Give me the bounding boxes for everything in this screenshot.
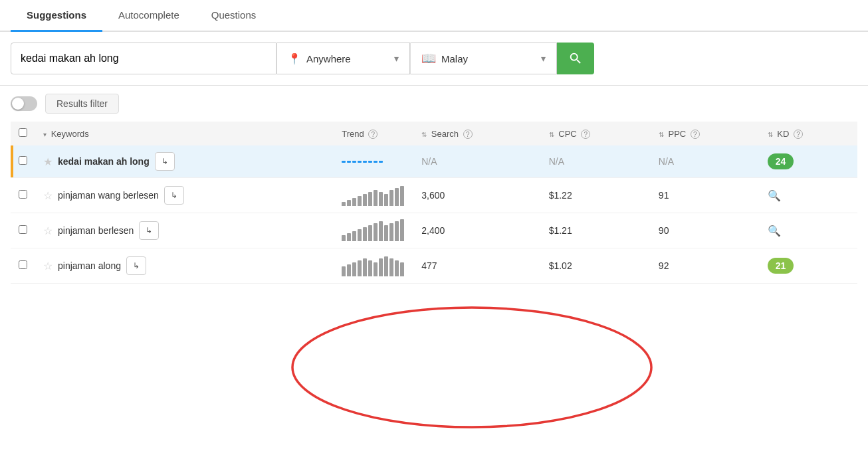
th-kd-label: KD [777,129,789,139]
keyword-wrap-4: ☆ pinjaman along ↳ [43,256,326,275]
th-search[interactable]: ⇅ Search ? [413,122,540,145]
results-filter-toggle[interactable] [11,96,37,111]
bar [358,260,362,276]
bar [347,200,351,206]
bar [358,196,362,206]
td-select-3 [11,213,35,248]
cpc-value-3: $1.21 [549,225,572,236]
link-button-1[interactable]: ↳ [155,152,175,171]
trend-dot [358,161,362,163]
table-header: ▾ Keywords Trend ? ⇅ Search ? ⇅ CPC [11,122,857,145]
trend-dot [342,161,346,163]
ppc-value-1: N/A [659,156,674,167]
th-trend: Trend ? [334,122,413,145]
bar [368,192,372,206]
th-ppc-label: PPC [668,129,686,139]
star-icon-3[interactable]: ☆ [43,225,53,237]
kd-search-icon-2[interactable]: 🔍 [768,190,781,201]
td-select-1 [11,145,35,178]
td-search-2: 3,600 [413,178,540,213]
bar [368,260,372,276]
kd-badge-4: 21 [768,258,794,274]
tab-questions[interactable]: Questions [195,0,272,32]
keyword-wrap-2: ☆ pinjaman wang berlesen ↳ [43,186,326,205]
kd-search-icon-3[interactable]: 🔍 [768,225,781,236]
bar [352,231,356,241]
bar [368,225,372,241]
th-select-all[interactable] [11,122,35,145]
search-bar: 📍 Anywhere ▾ 📖 Malay ▾ [0,32,868,86]
bar [342,202,346,206]
bar [363,258,367,276]
row-checkbox-4[interactable] [19,260,27,269]
ppc-value-2: 91 [659,190,669,201]
cpc-sort-icon: ⇅ [549,131,554,138]
th-ppc[interactable]: ⇅ PPC ? [651,122,760,145]
select-all-checkbox[interactable] [19,128,27,137]
location-dropdown[interactable]: 📍 Anywhere ▾ [277,43,410,74]
td-kd-2: 🔍 [760,178,857,213]
pin-icon: 📍 [288,52,301,65]
td-search-3: 2,400 [413,213,540,248]
bar [395,221,399,241]
location-label: Anywhere [306,53,389,64]
search-value-3: 2,400 [421,225,445,236]
tab-suggestions[interactable]: Suggestions [11,0,102,32]
star-icon-1[interactable]: ★ [43,155,53,168]
keyword-input[interactable] [11,43,276,74]
td-keyword-1: ★ kedai makan ah long ↳ [35,145,334,178]
search-button[interactable] [557,43,594,74]
bar [379,192,383,206]
annotation-circle [286,301,658,434]
th-cpc[interactable]: ⇅ CPC ? [541,122,651,145]
link-button-3[interactable]: ↳ [139,221,159,240]
td-trend-2 [334,178,413,213]
cpc-help-icon[interactable]: ? [581,130,590,139]
keyword-table: ▾ Keywords Trend ? ⇅ Search ? ⇅ CPC [11,122,857,284]
bar-chart-2 [342,185,405,206]
th-keywords-label: Keywords [51,129,89,139]
bar-chart-3 [342,220,405,241]
bar-chart-4 [342,255,405,276]
tab-autocomplete[interactable]: Autocomplete [102,0,195,32]
td-select-2 [11,178,35,213]
link-button-2[interactable]: ↳ [164,186,184,205]
ppc-help-icon[interactable]: ? [691,130,700,139]
row-checkbox-2[interactable] [19,190,27,199]
td-ppc-2: 91 [651,178,760,213]
cpc-value-2: $1.22 [549,190,572,201]
language-dropdown[interactable]: 📖 Malay ▾ [411,43,557,74]
td-kd-3: 🔍 [760,213,857,248]
results-filter-label[interactable]: Results filter [45,94,119,114]
bar [389,223,393,241]
td-select-4 [11,248,35,284]
link-button-4[interactable]: ↳ [126,256,146,275]
ppc-value-3: 90 [659,225,669,236]
td-cpc-4: $1.02 [541,248,651,284]
kd-help-icon[interactable]: ? [794,130,803,139]
row-checkbox-3[interactable] [19,225,27,234]
location-chevron-icon: ▾ [394,53,399,64]
search-icon [568,51,583,66]
keyword-wrap-3: ☆ pinjaman berlesen ↳ [43,221,326,240]
language-label: Malay [441,53,536,64]
star-icon-4[interactable]: ☆ [43,260,53,272]
th-keywords[interactable]: ▾ Keywords [35,122,334,145]
search-help-icon[interactable]: ? [463,130,473,139]
td-search-4: 477 [413,248,540,284]
kd-sort-icon: ⇅ [768,131,773,138]
bar [384,256,388,276]
search-value-2: 3,600 [421,190,445,201]
star-icon-2[interactable]: ☆ [43,189,53,202]
td-keyword-2: ☆ pinjaman wang berlesen ↳ [35,178,334,213]
th-kd[interactable]: ⇅ KD ? [760,122,857,145]
td-kd-1: 24 [760,145,857,178]
td-keyword-3: ☆ pinjaman berlesen ↳ [35,213,334,248]
keyword-text-3: pinjaman berlesen [58,225,134,236]
bar [400,262,404,276]
bar [384,194,388,206]
td-trend-4 [334,248,413,284]
trend-help-icon[interactable]: ? [368,130,378,139]
row-checkbox-1[interactable] [19,156,27,165]
cpc-value-1: N/A [549,156,564,167]
